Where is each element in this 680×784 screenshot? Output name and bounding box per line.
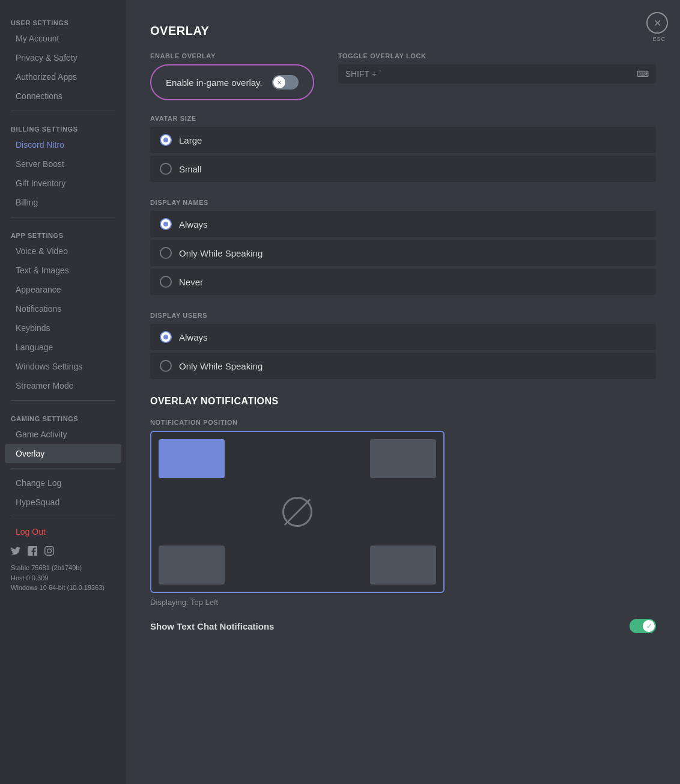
toggle-lock-section: TOGGLE OVERLAY LOCK SHIFT + ` ⌨ bbox=[338, 52, 656, 100]
display-users-always-option[interactable]: Always bbox=[150, 324, 656, 350]
sidebar-section-billing: BILLING SETTINGS bbox=[0, 116, 126, 135]
keybind-text: SHIFT + ` bbox=[345, 69, 632, 79]
sidebar-item-language[interactable]: Language bbox=[5, 338, 121, 357]
display-names-always-label: Always bbox=[179, 219, 208, 229]
sidebar-item-discord-nitro[interactable]: Discord Nitro bbox=[5, 135, 121, 154]
overlay-notifications-section: OVERLAY NOTIFICATIONS NOTIFICATION POSIT… bbox=[150, 396, 656, 633]
avatar-large-option[interactable]: Large bbox=[150, 127, 656, 153]
avatar-large-label: Large bbox=[179, 135, 202, 145]
sidebar-item-change-log[interactable]: Change Log bbox=[5, 473, 121, 493]
divider-billing bbox=[11, 111, 115, 111]
display-users-always-radio bbox=[160, 331, 172, 343]
close-x-icon: ✕ bbox=[654, 17, 661, 29]
notification-position-grid bbox=[150, 431, 445, 593]
instagram-icon[interactable] bbox=[44, 546, 54, 556]
sidebar-item-game-activity[interactable]: Game Activity bbox=[5, 425, 121, 444]
enable-overlay-text: Enable in-game overlay. bbox=[166, 77, 263, 88]
avatar-size-section: AVATAR SIZE Large Small bbox=[150, 115, 656, 182]
sidebar-section-user-settings: USER SETTINGS bbox=[0, 10, 126, 29]
sidebar-section-app-settings: APP SETTINGS bbox=[0, 222, 126, 242]
display-users-radio-group: Always Only While Speaking bbox=[150, 324, 656, 379]
avatar-small-option[interactable]: Small bbox=[150, 156, 656, 182]
display-names-label: DISPLAY NAMES bbox=[150, 199, 656, 206]
show-text-chat-toggle[interactable] bbox=[630, 619, 656, 633]
display-names-radio-group: Always Only While Speaking Never bbox=[150, 211, 656, 295]
divider-app bbox=[11, 217, 115, 217]
display-names-never-label: Never bbox=[179, 277, 203, 287]
display-names-speaking-option[interactable]: Only While Speaking bbox=[150, 240, 656, 266]
sidebar-item-hypesquad[interactable]: HypeSquad bbox=[5, 493, 121, 512]
sidebar-item-streamer-mode[interactable]: Streamer Mode bbox=[5, 376, 121, 395]
version-info: Stable 75681 (2b1749b) Host 0.0.309 Wind… bbox=[0, 561, 126, 598]
display-names-never-option[interactable]: Never bbox=[150, 269, 656, 295]
sidebar: USER SETTINGS My Account Privacy & Safet… bbox=[0, 0, 126, 784]
avatar-small-radio bbox=[160, 163, 172, 175]
display-names-speaking-label: Only While Speaking bbox=[179, 248, 263, 258]
sidebar-item-billing[interactable]: Billing bbox=[5, 193, 121, 212]
main-content: ✕ ESC OVERLAY ENABLE OVERLAY Enable in-g… bbox=[126, 0, 680, 784]
position-disabled-icon bbox=[282, 497, 312, 527]
display-names-always-option[interactable]: Always bbox=[150, 211, 656, 237]
sidebar-item-connections[interactable]: Connections bbox=[5, 87, 121, 106]
position-bottom-right[interactable] bbox=[370, 545, 436, 585]
divider-logout bbox=[11, 517, 115, 517]
enable-overlay-box: Enable in-game overlay. bbox=[150, 64, 314, 100]
sidebar-item-keybinds[interactable]: Keybinds bbox=[5, 318, 121, 338]
display-names-section: DISPLAY NAMES Always Only While Speaking… bbox=[150, 199, 656, 295]
sidebar-section-gaming-settings: GAMING SETTINGS bbox=[0, 406, 126, 425]
sidebar-item-privacy-safety[interactable]: Privacy & Safety bbox=[5, 48, 121, 67]
display-users-speaking-option[interactable]: Only While Speaking bbox=[150, 353, 656, 379]
sidebar-item-windows-settings[interactable]: Windows Settings bbox=[5, 357, 121, 376]
display-names-never-radio bbox=[160, 276, 172, 288]
sidebar-item-my-account[interactable]: My Account bbox=[5, 29, 121, 48]
show-text-chat-label: Show Text Chat Notifications bbox=[150, 621, 274, 631]
sidebar-item-gift-inventory[interactable]: Gift Inventory bbox=[5, 174, 121, 193]
social-links bbox=[0, 541, 126, 561]
divider-bottom bbox=[11, 468, 115, 469]
twitter-icon[interactable] bbox=[11, 546, 20, 556]
display-users-label: DISPLAY USERS bbox=[150, 312, 656, 319]
overlay-notifications-title: OVERLAY NOTIFICATIONS bbox=[150, 396, 656, 407]
page-title: OVERLAY bbox=[150, 24, 656, 38]
toggle-knob bbox=[273, 76, 285, 88]
display-names-always-radio bbox=[160, 218, 172, 230]
enable-overlay-toggle[interactable] bbox=[272, 75, 299, 90]
close-esc-label: ESC bbox=[652, 36, 666, 42]
avatar-size-radio-group: Large Small bbox=[150, 127, 656, 182]
keybind-row[interactable]: SHIFT + ` ⌨ bbox=[338, 64, 656, 84]
avatar-small-label: Small bbox=[179, 164, 202, 174]
position-top-left[interactable] bbox=[159, 439, 225, 478]
position-bottom-left[interactable] bbox=[159, 545, 225, 585]
sidebar-item-appearance[interactable]: Appearance bbox=[5, 280, 121, 299]
show-text-chat-row: Show Text Chat Notifications bbox=[150, 619, 656, 633]
display-users-section: DISPLAY USERS Always Only While Speaking bbox=[150, 312, 656, 379]
keyboard-icon: ⌨ bbox=[637, 69, 649, 79]
sidebar-item-notifications[interactable]: Notifications bbox=[5, 299, 121, 318]
display-names-speaking-radio bbox=[160, 247, 172, 259]
displaying-text: Displaying: Top Left bbox=[150, 598, 656, 607]
toggle-lock-label: TOGGLE OVERLAY LOCK bbox=[338, 52, 656, 59]
close-button[interactable]: ✕ bbox=[646, 12, 668, 34]
sidebar-item-voice-video[interactable]: Voice & Video bbox=[5, 242, 121, 261]
avatar-large-radio bbox=[160, 134, 172, 146]
display-users-speaking-radio bbox=[160, 360, 172, 372]
sidebar-item-text-images[interactable]: Text & Images bbox=[5, 261, 121, 280]
sidebar-item-server-boost[interactable]: Server Boost bbox=[5, 154, 121, 174]
divider-gaming bbox=[11, 400, 115, 401]
enable-overlay-row: ENABLE OVERLAY Enable in-game overlay. T… bbox=[150, 52, 656, 100]
enable-overlay-section: ENABLE OVERLAY Enable in-game overlay. bbox=[150, 52, 314, 100]
avatar-size-label: AVATAR SIZE bbox=[150, 115, 656, 122]
sidebar-item-overlay[interactable]: Overlay bbox=[5, 444, 121, 463]
display-users-speaking-label: Only While Speaking bbox=[179, 361, 263, 371]
display-users-always-label: Always bbox=[179, 332, 208, 342]
sidebar-item-logout[interactable]: Log Out bbox=[5, 522, 121, 541]
position-top-right[interactable] bbox=[370, 439, 436, 478]
sidebar-item-authorized-apps[interactable]: Authorized Apps bbox=[5, 67, 121, 87]
facebook-icon[interactable] bbox=[28, 546, 37, 556]
toggle-on-knob bbox=[643, 620, 655, 632]
enable-overlay-label: ENABLE OVERLAY bbox=[150, 52, 314, 59]
notification-position-label: NOTIFICATION POSITION bbox=[150, 419, 656, 426]
